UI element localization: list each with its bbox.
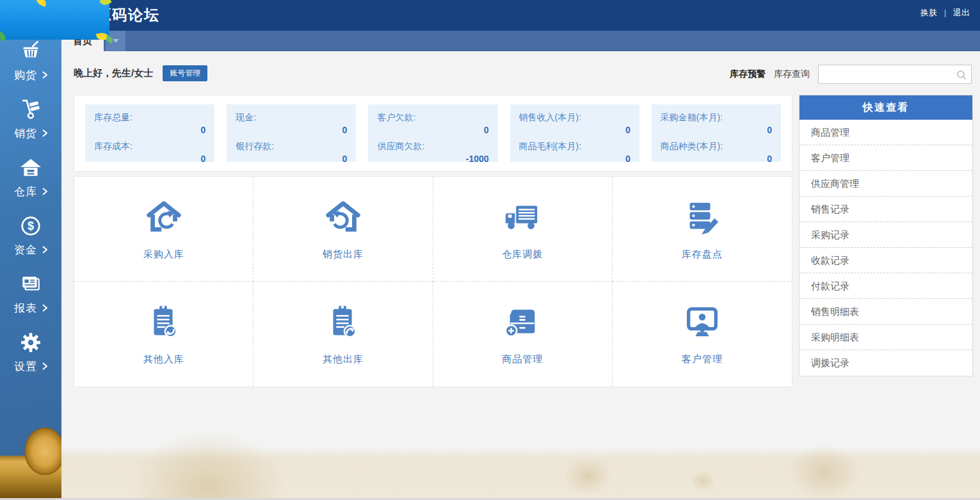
report-icon: [20, 273, 42, 295]
stat-value: 0: [236, 125, 347, 135]
sidebar-nav: 购货 销货 仓库 $: [0, 0, 61, 456]
stat-value: 0: [94, 125, 205, 135]
shortcut-label: 销货出库: [323, 248, 364, 261]
leaf-decoration-icon: [35, 0, 48, 7]
shortcut-warehouse-transfer[interactable]: 仓库调拨: [433, 177, 613, 282]
stat-card-purchase-month: 采购金额(本月): 0 商品种类(本月): 0: [652, 104, 781, 162]
sidebar-item-label: 仓库: [14, 184, 37, 199]
header-links: 换肤 | 退出: [920, 0, 970, 26]
quick-item-purchase-records[interactable]: 采购记录: [799, 222, 972, 248]
stat-card-cash: 现金: 0 银行存款: 0: [227, 104, 356, 162]
shortcut-other-inbound[interactable]: 其他入库: [74, 282, 253, 387]
quick-item-payment-records[interactable]: 付款记录: [799, 273, 972, 299]
shortcut-grid: 采购入库 销货出库 仓库调拨 库存盘点 其他入库: [74, 176, 792, 387]
sidebar-item-label: 设置: [14, 359, 37, 374]
chevron-right-icon: [42, 129, 47, 137]
quick-item-transfer-records[interactable]: 调拨记录: [799, 350, 972, 376]
shortcut-purchase-inbound[interactable]: 采购入库: [74, 177, 253, 282]
dollar-icon: $: [20, 215, 42, 237]
stat-label: 销售收入(本月):: [519, 112, 631, 124]
sidebar-item-purchase[interactable]: 购货: [0, 32, 61, 90]
quick-item-receipt-records[interactable]: 收款记录: [799, 248, 972, 273]
app-window: 源码论坛 换肤 | 退出 首页 购货: [0, 0, 980, 500]
house-arrow-in-icon: [144, 198, 184, 238]
stat-card-sales-month: 销售收入(本月): 0 商品毛利(本月): 0: [510, 104, 639, 162]
clipboard-out-icon: [323, 303, 363, 343]
stat-value: 0: [94, 154, 205, 164]
sidebar-item-reports[interactable]: 报表: [0, 265, 61, 323]
quick-item-sales-detail[interactable]: 销售明细表: [799, 299, 972, 325]
inventory-check-icon: [682, 198, 722, 238]
tab-bar: 首页: [61, 31, 980, 51]
chevron-right-icon: [42, 304, 47, 312]
stat-value: 0: [519, 125, 631, 135]
shortcut-stock-taking[interactable]: 库存盘点: [613, 177, 792, 282]
stat-label: 供应商欠款:: [377, 141, 488, 152]
sidebar-item-funds[interactable]: $ 资金: [0, 207, 61, 265]
quick-item-purchase-detail[interactable]: 采购明细表: [799, 325, 972, 350]
sidebar-item-label: 报表: [14, 301, 37, 316]
quick-view-title: 快速查看: [799, 95, 972, 120]
clipboard-in-icon: [144, 303, 184, 343]
stat-value: 0: [519, 154, 631, 164]
stat-value: -1000: [377, 154, 488, 164]
shortcut-other-outbound[interactable]: 其他出库: [253, 282, 433, 387]
shortcut-label: 其他出库: [323, 353, 364, 366]
stat-card-debts: 客户欠款: 0 供应商欠款: -1000: [368, 104, 497, 162]
app-header: 源码论坛 换肤 | 退出: [0, 0, 980, 31]
hayfield-background-image: [61, 407, 980, 500]
stock-tools: 库存预警 库存查询: [730, 65, 972, 84]
stats-panel: 库存总量: 0 库存成本: 0 现金: 0 银行存款: 0 客户欠款: 0 供应…: [74, 95, 792, 172]
monitor-user-icon: [682, 303, 722, 343]
header-divider: |: [944, 8, 946, 17]
stat-label: 商品种类(本月):: [661, 141, 772, 152]
basket-icon: [20, 40, 42, 62]
shortcut-label: 客户管理: [682, 353, 723, 366]
hayfield-background-corner: [0, 423, 61, 500]
sidebar-item-warehouse[interactable]: 仓库: [0, 149, 61, 207]
cabinet-plus-icon: [502, 303, 542, 343]
change-skin-link[interactable]: 换肤: [920, 7, 937, 19]
quick-item-customer-management[interactable]: 客户管理: [799, 145, 972, 171]
shortcut-sales-outbound[interactable]: 销货出库: [253, 177, 433, 282]
truck-icon: [502, 198, 542, 238]
shortcut-label: 其他入库: [143, 353, 184, 366]
stat-label: 库存总量:: [94, 112, 205, 124]
sidebar-item-settings[interactable]: 设置: [0, 323, 61, 382]
handtruck-icon: [20, 99, 42, 120]
greeting-text: 晚上好，先生/女士: [74, 67, 153, 79]
account-manage-button[interactable]: 账号管理: [163, 65, 207, 81]
search-icon[interactable]: [956, 70, 967, 83]
chevron-down-icon: [113, 39, 119, 43]
logout-link[interactable]: 退出: [953, 7, 970, 19]
chevron-right-icon: [42, 362, 47, 370]
stat-label: 银行存款:: [236, 141, 347, 152]
stat-label: 库存成本:: [94, 141, 205, 152]
quick-view-panel: 快速查看 商品管理 客户管理 供应商管理 销售记录 采购记录 收款记录 付款记录…: [799, 95, 973, 376]
warehouse-icon: [20, 157, 42, 179]
stock-search-input[interactable]: [819, 65, 971, 83]
stat-label: 现金:: [236, 112, 347, 124]
sidebar-item-sales[interactable]: 销货: [0, 90, 61, 149]
stat-label: 商品毛利(本月):: [519, 141, 631, 152]
sidebar-item-label: 资金: [14, 243, 37, 257]
stat-value: 0: [236, 154, 347, 164]
sidebar-item-label: 购货: [14, 68, 37, 83]
chevron-right-icon: [42, 188, 47, 195]
shortcut-label: 商品管理: [502, 353, 543, 366]
shortcut-label: 库存盘点: [682, 248, 723, 261]
stat-card-inventory: 库存总量: 0 库存成本: 0: [85, 104, 214, 162]
svg-text:$: $: [28, 220, 34, 232]
quick-item-sales-records[interactable]: 销售记录: [799, 197, 972, 222]
stat-value: 0: [661, 125, 772, 135]
shortcut-customer-management[interactable]: 客户管理: [613, 282, 792, 387]
sidebar-item-label: 销货: [14, 126, 37, 141]
quick-item-supplier-management[interactable]: 供应商管理: [799, 171, 972, 197]
stat-value: 0: [377, 125, 488, 135]
shortcut-goods-management[interactable]: 商品管理: [433, 282, 613, 387]
stock-query-link[interactable]: 库存查询: [774, 69, 810, 80]
chevron-right-icon: [42, 71, 47, 79]
quick-item-goods-management[interactable]: 商品管理: [799, 120, 972, 145]
stock-warning-link[interactable]: 库存预警: [730, 69, 766, 80]
greeting-row: 晚上好，先生/女士 账号管理: [74, 65, 207, 81]
